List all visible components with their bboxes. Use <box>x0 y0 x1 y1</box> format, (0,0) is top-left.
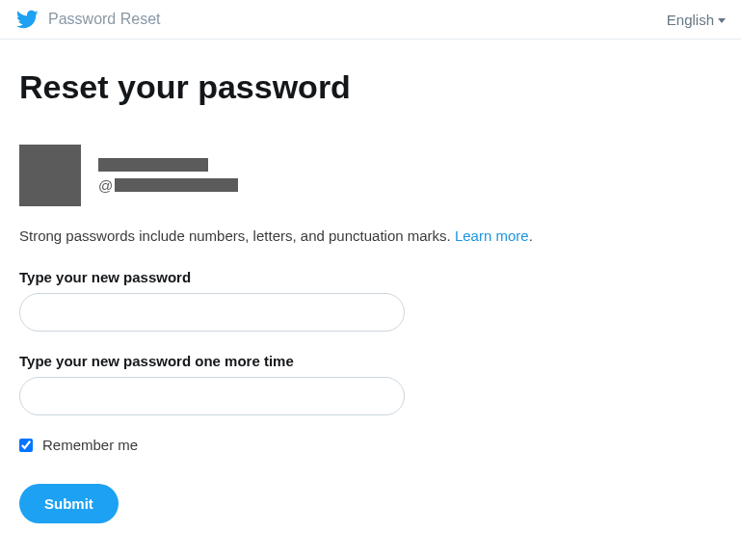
heading: Reset your password <box>19 68 694 106</box>
topbar-left: Password Reset <box>15 8 161 31</box>
help-text: Strong passwords include numbers, letter… <box>19 227 694 244</box>
avatar <box>19 145 81 206</box>
remember-checkbox[interactable] <box>19 439 33 452</box>
handle-prefix: @ <box>98 177 113 194</box>
redacted-handle <box>115 178 238 192</box>
help-text-body: Strong passwords include numbers, letter… <box>19 227 455 244</box>
remember-label: Remember me <box>42 437 138 453</box>
language-selector[interactable]: English <box>667 12 726 28</box>
page-title: Password Reset <box>48 11 161 28</box>
submit-button[interactable]: Submit <box>19 484 119 523</box>
new-password-label: Type your new password <box>19 269 694 285</box>
user-block: @ <box>19 145 694 206</box>
main-container: Reset your password @ Strong passwords i… <box>0 40 713 543</box>
confirm-password-input[interactable] <box>19 377 405 415</box>
new-password-input[interactable] <box>19 293 405 332</box>
help-text-suffix: . <box>529 227 533 244</box>
remember-row: Remember me <box>19 437 694 453</box>
redacted-name <box>98 158 208 172</box>
learn-more-link[interactable]: Learn more <box>455 227 529 244</box>
twitter-bird-icon <box>15 8 39 31</box>
handle-row: @ <box>98 177 238 194</box>
confirm-password-label: Type your new password one more time <box>19 353 694 369</box>
topbar: Password Reset English <box>0 0 741 40</box>
chevron-down-icon <box>718 18 726 23</box>
language-label: English <box>667 12 714 28</box>
user-info: @ <box>98 158 238 194</box>
